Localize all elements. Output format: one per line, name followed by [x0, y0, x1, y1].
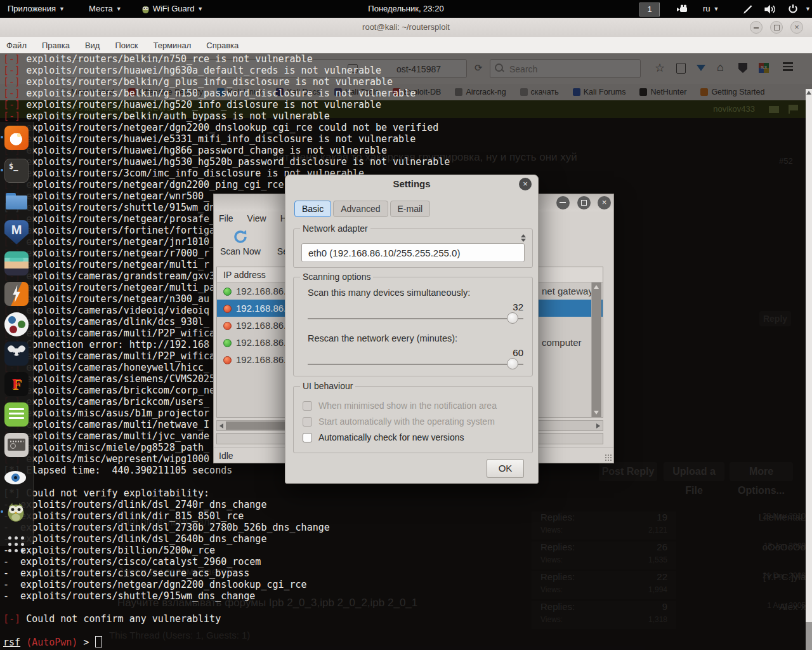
clock[interactable]: Понедельник, 23:20	[0, 0, 812, 18]
scroll-up-arrow-icon[interactable]	[594, 285, 599, 289]
wifi-guard-app-menu[interactable]: WiFi Guard▼	[141, 0, 203, 18]
armitage-icon[interactable]	[4, 251, 29, 275]
eye-icon[interactable]	[4, 466, 29, 490]
files-icon[interactable]	[4, 189, 29, 213]
terminal-line: - exploits/routers/cisco/secure_acs_bypa…	[3, 567, 450, 579]
workspace-indicator[interactable]: 1	[639, 3, 660, 17]
terminal-titlebar[interactable]: root@kali: ~/routersploit ×	[0, 18, 812, 37]
scanning-options-group: Scanning options Scan this many devices …	[293, 277, 533, 376]
running-indicator	[1, 136, 3, 138]
device-ip: 192.168.86.1	[236, 282, 292, 300]
combo-arrows-icon[interactable]	[521, 233, 526, 243]
terminal-menu-справка[interactable]: Справка	[206, 41, 239, 50]
line-prefix: [-]	[3, 76, 26, 88]
line-text: exploits/routers/dlink/dir_815_850l_rce	[20, 510, 244, 522]
keyboard-icon[interactable]	[4, 433, 29, 457]
metasploit-icon[interactable]: M	[4, 220, 29, 244]
line-text: exploits/routers/billion/5200w_rce	[20, 545, 215, 556]
terminal-menu-терминал[interactable]: Терминал	[153, 41, 191, 50]
slider-handle[interactable]	[507, 358, 518, 369]
firefox-icon[interactable]	[4, 126, 29, 150]
scroll-down-arrow-icon[interactable]	[594, 411, 599, 415]
terminal-title: root@kali: ~/routersploit	[0, 18, 812, 37]
power-icon[interactable]	[788, 4, 798, 14]
list-vertical-scrollbar[interactable]	[591, 282, 601, 417]
scroll-up-arrow-icon[interactable]	[806, 91, 811, 95]
ui-behaviour-group: UI behaviour When minimised show in the …	[293, 386, 533, 453]
line-text: exploits/cameras/honeywell/hicc_	[26, 362, 209, 373]
scroll-left-arrow-icon[interactable]	[219, 423, 223, 428]
keyboard-layout[interactable]: ru▼	[703, 0, 719, 18]
system-menu-chevron-icon[interactable]: ▼	[802, 0, 811, 18]
terminal-line: [-] exploits/routers/huawei/hg530_hg520b…	[3, 156, 450, 168]
line-text: exploits/routers/belkin/g_n150_password_…	[26, 88, 416, 99]
notes-icon[interactable]	[4, 402, 29, 427]
line-prefix: -	[3, 556, 20, 567]
burpsuite-icon[interactable]	[4, 282, 29, 306]
camera-icon[interactable]	[676, 4, 690, 13]
line-text: exploits/routers/belkin/g_plus_info_disc…	[26, 76, 393, 88]
rescan-slider[interactable]	[308, 364, 523, 365]
line-prefix: -	[3, 567, 20, 579]
maximize-button[interactable]	[577, 196, 591, 209]
devices-slider[interactable]	[308, 318, 523, 319]
line-text: exploits/routers/netgear/multi_r	[26, 259, 209, 270]
tab-basic[interactable]: Basic	[294, 201, 331, 217]
checkbox[interactable]	[303, 433, 312, 442]
terminal-line: - exploits/routers/shuttle/915wm_dns_cha…	[3, 590, 450, 602]
checkbox-label: When minimised show in the notification …	[318, 401, 497, 411]
line-prefix: -	[3, 579, 20, 590]
volume-icon[interactable]	[764, 4, 777, 13]
terminal-menu-вид[interactable]: Вид	[85, 41, 100, 50]
resize-grip[interactable]	[605, 454, 612, 461]
group-label: Network adapter	[300, 223, 370, 234]
brush-icon[interactable]	[742, 4, 753, 14]
tab-email[interactable]: E-mail	[390, 201, 431, 217]
terminal-icon[interactable]: $_	[4, 159, 29, 183]
device-info: computer	[542, 334, 582, 351]
dialog-tabs: BasicAdvancedE-mail	[294, 201, 430, 217]
close-button[interactable]: ×	[790, 21, 803, 34]
line-text: exploits/cameras/multi/P2P_wifica	[26, 350, 215, 362]
close-button[interactable]: ×	[598, 196, 611, 209]
ok-button[interactable]: OK	[487, 459, 524, 478]
terminal-menu-файл[interactable]: Файл	[6, 41, 27, 50]
line-prefix: [-]	[3, 613, 26, 625]
running-indicator	[1, 510, 3, 513]
show-apps-icon[interactable]	[4, 532, 29, 556]
terminal-menu-поиск[interactable]: Поиск	[115, 41, 138, 50]
terminal-scrollbar[interactable]	[806, 89, 812, 650]
minimize-button[interactable]	[556, 196, 570, 209]
line-text: exploits/cameras/videoiq/videoiq	[26, 305, 209, 316]
wifi-menu-file[interactable]: File	[219, 213, 233, 223]
applications-menu[interactable]: Приложения▼	[8, 0, 65, 18]
minimize-button[interactable]	[750, 21, 763, 34]
network-adapter-select[interactable]: eth0 (192.168.86.10/255.255.255.0)	[301, 243, 525, 262]
paint-dots-icon[interactable]	[4, 312, 29, 336]
line-text: exploits/cameras/dlink/dcs_930l_	[26, 316, 209, 328]
checkbox-row[interactable]: Automatically check for new versions	[303, 432, 525, 444]
beef-icon[interactable]	[4, 342, 29, 366]
settings-dialog: Settings × BasicAdvancedE-mail Network a…	[285, 175, 539, 484]
scan-now-button[interactable]: Scan Now	[220, 227, 261, 264]
slider-handle[interactable]	[507, 312, 518, 324]
close-icon[interactable]: ×	[519, 178, 532, 190]
places-menu[interactable]: Места▼	[89, 0, 122, 18]
line-text: exploits/routers/netgear/jnr1010_	[26, 236, 215, 248]
wifi-menu-view[interactable]: View	[247, 213, 266, 223]
terminal-menu-правка[interactable]: Правка	[42, 41, 70, 50]
scroll-right-arrow-icon[interactable]	[596, 423, 600, 428]
terminal-cursor	[95, 636, 102, 647]
wifi-guard-owl-icon[interactable]	[4, 500, 29, 524]
maximize-button[interactable]	[770, 21, 783, 34]
scrollbar-thumb[interactable]	[806, 622, 812, 650]
tab-advanced[interactable]: Advanced	[333, 201, 388, 217]
terminal-line: [-] exploits/routers/huawei/hg630a_defau…	[3, 65, 450, 76]
terminal-line: [-] Could not confirm any vulnerablity	[3, 613, 450, 625]
group-label: UI behaviour	[300, 381, 355, 391]
terminal-line: [-] exploits/routers/belkin/g_n150_passw…	[3, 88, 450, 99]
line-text: exploits/routers/fortinet/fortiga	[26, 225, 215, 236]
status-green-icon	[223, 339, 232, 347]
faraday-icon[interactable]: F	[4, 372, 29, 396]
terminal-line	[3, 602, 450, 613]
